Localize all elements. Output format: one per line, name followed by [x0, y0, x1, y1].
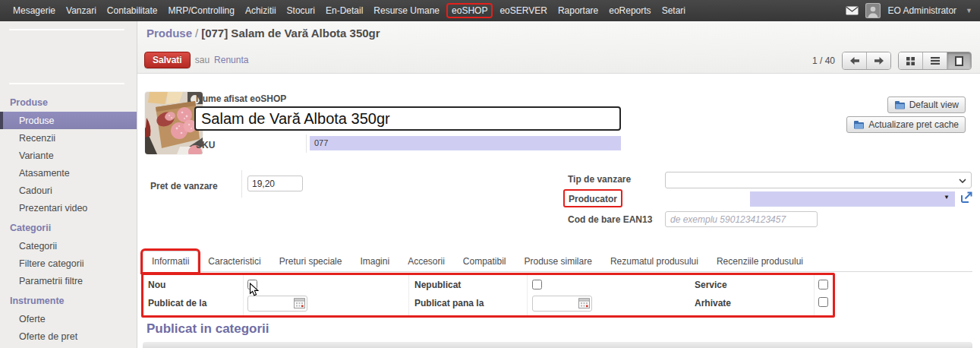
barcode-input[interactable]: [665, 211, 818, 227]
sidebar-item-recenzii[interactable]: Recenzii: [0, 129, 137, 147]
producer-input-area[interactable]: [665, 191, 750, 207]
pager-buttons: [842, 52, 891, 70]
default-view-button[interactable]: Default view: [887, 96, 966, 113]
discard-link[interactable]: Renunta: [214, 55, 248, 65]
open-record-external-link-icon[interactable]: [960, 191, 973, 207]
main-content: Produse/[077] Salam de Vară Albota 350gr…: [137, 21, 980, 348]
divider: [9, 29, 124, 30]
tab-accesorii[interactable]: Accesorii: [399, 252, 453, 271]
date-input-publicat-pana-la[interactable]: [532, 296, 592, 312]
checkbox-arhivate[interactable]: [818, 297, 828, 307]
tab-produse-similare[interactable]: Produse similare: [516, 252, 600, 271]
breadcrumb: Produse/[077] Salam de Vară Albota 350gr: [147, 27, 380, 40]
price-input[interactable]: [247, 176, 303, 191]
menu-eoreports[interactable]: eoReports: [603, 3, 656, 18]
menu-mrp-controlling[interactable]: MRP/Controlling: [163, 3, 240, 18]
sidebar-item-filtere-categorii[interactable]: Filtere categorii: [0, 255, 137, 272]
menu-contabilitate[interactable]: Contabilitate: [102, 3, 163, 18]
barcode-label: Cod de bare EAN13: [568, 214, 652, 225]
field-label-nou: Nou: [148, 280, 165, 290]
breadcrumb-separator: /: [192, 27, 201, 40]
checkbox-service[interactable]: [818, 280, 828, 289]
menu-resurse-umane[interactable]: Resurse Umane: [368, 3, 445, 18]
pager-counter: 1 / 40: [812, 55, 835, 66]
or-label: sau: [195, 55, 210, 65]
date-input-publicat-de-la[interactable]: [247, 296, 307, 312]
display-name-label: Nume afisat eoSHOP: [196, 93, 286, 104]
sidebar-item-parametrii-filtre[interactable]: Parametrii filtre: [0, 272, 137, 289]
messages-envelope-icon[interactable]: [846, 6, 859, 15]
sidebar-item-variante[interactable]: Variante: [0, 147, 137, 164]
sidebar-section-instrumente: Instrumente: [0, 289, 137, 310]
menu-stocuri[interactable]: Stocuri: [282, 3, 320, 18]
dropdown-triangle-icon[interactable]: ▼: [944, 194, 950, 201]
producer-field[interactable]: ▼: [665, 191, 955, 207]
menu-raportare[interactable]: Raportare: [553, 3, 603, 18]
divider: [243, 275, 244, 315]
field-label-publicat-de-la: Publicat de la: [148, 298, 206, 308]
calendar-icon[interactable]: [578, 298, 590, 308]
sidebar-item-produse[interactable]: Produse: [0, 112, 137, 129]
sidebar-item-oferte[interactable]: Oferte: [0, 310, 137, 327]
tab-compatibil[interactable]: Compatibil: [455, 252, 515, 271]
tab-rezumatul-produsului[interactable]: Rezumatul produsului: [602, 252, 707, 271]
menu-en-detail[interactable]: En-Detail: [320, 3, 368, 18]
sidebar-section-categorii: Categorii: [0, 217, 137, 237]
checkbox-nou[interactable]: [247, 280, 257, 289]
form-view-button[interactable]: [947, 52, 971, 69]
checkbox-nepublicat[interactable]: [532, 280, 542, 289]
update-price-cache-button[interactable]: Actualizare pret cache: [846, 116, 966, 133]
producer-label: Producator: [569, 194, 617, 204]
user-menu[interactable]: EO Administrator: [887, 5, 956, 16]
menu-vanzari[interactable]: Vanzari: [61, 3, 102, 18]
display-name-input[interactable]: [194, 106, 621, 131]
sale-type-label: Tip de vanzare: [568, 174, 631, 185]
annotation-box-producer: Producator: [563, 189, 622, 207]
section-heading-publicat-in-categorii: Publicat in categorii: [147, 321, 269, 337]
save-button[interactable]: Salvati: [144, 52, 191, 68]
sidebar-section-produse: Produse: [0, 91, 137, 112]
menu-setari[interactable]: Setari: [657, 3, 691, 18]
kanban-view-button[interactable]: [899, 52, 922, 69]
arrow-left-icon: [849, 56, 860, 65]
menu-mesagerie[interactable]: Mesagerie: [8, 3, 61, 18]
tab-informatii-annotated[interactable]: Informatii: [143, 251, 198, 272]
price-label: Pret de vanzare: [150, 181, 218, 191]
tab-caracteristici[interactable]: Caracteristici: [200, 252, 269, 271]
menu-eoserver[interactable]: eoSERVER: [494, 3, 552, 18]
tab-imagini[interactable]: Imagini: [351, 252, 398, 271]
pager-next-button[interactable]: [866, 52, 890, 69]
sidebar-item-categorii[interactable]: Categorii: [0, 237, 137, 255]
menu-achizitii[interactable]: Achizitii: [240, 3, 282, 18]
sale-type-select[interactable]: [665, 172, 972, 188]
sidebar-item-oferte-de-pret[interactable]: Oferte de pret: [0, 327, 137, 345]
sku-field[interactable]: 077: [310, 136, 621, 150]
list-view-button[interactable]: [922, 52, 947, 69]
calendar-icon[interactable]: [294, 298, 305, 308]
divider: [408, 275, 409, 315]
chevron-down-icon: [959, 179, 966, 183]
next-section-edge: [143, 342, 972, 348]
app-window: Mesagerie Vanzari Contabilitate MRP/Cont…: [0, 0, 980, 348]
update-price-cache-label: Actualizare pret cache: [868, 119, 959, 130]
divider: [241, 170, 242, 198]
field-label-arhivate: Arhivate: [695, 298, 731, 308]
annotation-box-info-panel: Nou Nepublicat Service Publicat de la Pu…: [141, 273, 835, 318]
kanban-view-icon: [906, 57, 915, 65]
divider: [814, 275, 815, 315]
arrow-right-icon: [874, 56, 884, 65]
divider: [306, 134, 307, 153]
top-menubar: Mesagerie Vanzari Contabilitate MRP/Cont…: [0, 0, 980, 21]
sidebar-item-prezentari-video[interactable]: Prezentari video: [0, 199, 137, 217]
sidebar-item-atasamente[interactable]: Atasamente: [0, 164, 137, 182]
breadcrumb-parent-link[interactable]: Produse: [147, 27, 192, 40]
divider: [527, 275, 528, 315]
breadcrumb-current: [077] Salam de Vară Albota 350gr: [201, 27, 380, 40]
menu-eoshop-annotated[interactable]: eoSHOP: [446, 3, 493, 18]
sidebar-item-cadouri[interactable]: Cadouri: [0, 182, 137, 199]
tab-preturi-speciale[interactable]: Preturi speciale: [271, 252, 351, 271]
pager-previous-button[interactable]: [843, 52, 866, 69]
tab-recenziile-produsului[interactable]: Recenziile produsului: [708, 252, 811, 271]
field-label-service: Service: [695, 280, 727, 290]
user-avatar[interactable]: [865, 3, 881, 18]
